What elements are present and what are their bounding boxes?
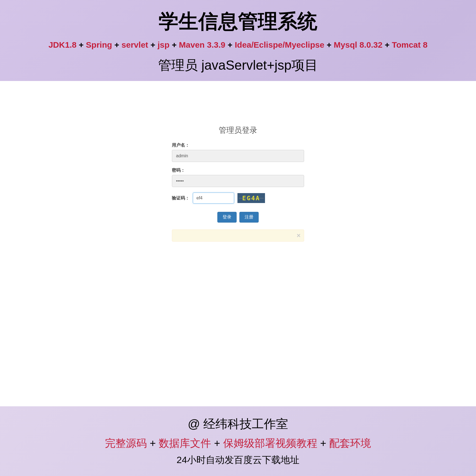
footer-item: 保姆级部署视频教程 xyxy=(223,437,317,449)
captcha-label: 验证码： xyxy=(172,195,190,201)
tech-item: Idea/Eclispe/Myeclipse xyxy=(235,40,324,49)
username-label: 用户名： xyxy=(172,142,304,148)
footer-item: 完整源码 xyxy=(105,437,147,449)
register-button[interactable]: 注册 xyxy=(239,212,259,223)
separator: + xyxy=(214,437,223,449)
footer-items-line: 完整源码 + 数据库文件 + 保姆级部署视频教程 + 配套环境 xyxy=(17,436,459,450)
tech-item: Mysql 8.0.32 xyxy=(334,40,383,49)
separator: + xyxy=(150,40,158,49)
separator: + xyxy=(79,40,86,49)
close-icon[interactable]: × xyxy=(297,232,301,239)
content-area: 管理员登录 用户名： 密码： 验证码： EG4A 登录 注册 × xyxy=(0,81,476,406)
captcha-input[interactable] xyxy=(193,193,234,204)
tech-item: Tomcat 8 xyxy=(392,40,428,49)
username-group: 用户名： xyxy=(172,142,304,162)
tech-item: Maven 3.3.9 xyxy=(179,40,225,49)
tech-item: servlet xyxy=(121,40,148,49)
captcha-group: 验证码： EG4A xyxy=(172,193,304,204)
password-input[interactable] xyxy=(172,175,304,187)
footer-studio: @ 经纬科技工作室 xyxy=(17,416,459,432)
footer-section: @ 经纬科技工作室 完整源码 + 数据库文件 + 保姆级部署视频教程 + 配套环… xyxy=(0,406,476,476)
username-input[interactable] xyxy=(172,150,304,162)
password-label: 密码： xyxy=(172,167,304,173)
separator: + xyxy=(172,40,179,49)
subtitle: 管理员 javaServlet+jsp项目 xyxy=(17,56,459,74)
main-title: 学生信息管理系统 xyxy=(17,8,459,35)
separator: + xyxy=(327,40,334,49)
footer-item: 数据库文件 xyxy=(159,437,211,449)
footer-item: 配套环境 xyxy=(329,437,371,449)
captcha-image[interactable]: EG4A xyxy=(237,193,265,203)
tech-item: JDK1.8 xyxy=(48,40,77,49)
separator: + xyxy=(320,437,329,449)
separator: + xyxy=(385,40,392,49)
login-button[interactable]: 登录 xyxy=(217,212,237,223)
login-form: 管理员登录 用户名： 密码： 验证码： EG4A 登录 注册 × xyxy=(172,125,304,242)
button-row: 登录 注册 xyxy=(172,212,304,223)
alert-box: × xyxy=(172,229,304,242)
footer-delivery: 24小时自动发百度云下载地址 xyxy=(17,454,459,466)
password-group: 密码： xyxy=(172,167,304,187)
login-title: 管理员登录 xyxy=(172,125,304,136)
separator: + xyxy=(150,437,159,449)
separator: + xyxy=(114,40,121,49)
tech-item: jsp xyxy=(158,40,169,49)
separator: + xyxy=(228,40,235,49)
tech-stack-line: JDK1.8 + Spring + servlet + jsp + Maven … xyxy=(17,40,459,50)
header-section: 学生信息管理系统 JDK1.8 + Spring + servlet + jsp… xyxy=(0,0,476,81)
tech-item: Spring xyxy=(86,40,112,49)
